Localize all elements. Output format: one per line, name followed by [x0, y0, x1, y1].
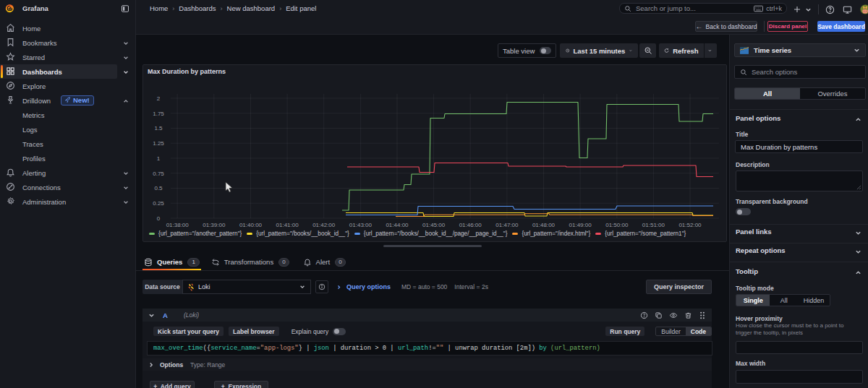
svg-text:1.75: 1.75 — [153, 111, 164, 117]
svg-text:2: 2 — [157, 95, 161, 102]
svg-text:01:47:00: 01:47:00 — [495, 222, 519, 228]
svg-text:01:40:00: 01:40:00 — [239, 222, 263, 228]
svg-text:01:49:00: 01:49:00 — [569, 222, 592, 228]
svg-text:01:41:00: 01:41:00 — [276, 222, 299, 228]
svg-text:0.75: 0.75 — [153, 171, 164, 177]
svg-text:01:42:00: 01:42:00 — [312, 222, 336, 228]
svg-text:01:52:00: 01:52:00 — [678, 222, 702, 228]
svg-text:1.25: 1.25 — [153, 140, 164, 147]
svg-text:0.5: 0.5 — [154, 185, 163, 191]
svg-text:1.5: 1.5 — [154, 125, 163, 132]
svg-text:01:44:00: 01:44:00 — [386, 222, 409, 228]
svg-text:0.25: 0.25 — [153, 200, 164, 207]
svg-text:1: 1 — [157, 155, 161, 162]
svg-text:01:46:00: 01:46:00 — [459, 222, 482, 228]
svg-text:01:50:00: 01:50:00 — [605, 222, 629, 228]
svg-text:01:48:00: 01:48:00 — [532, 222, 556, 228]
svg-text:01:45:00: 01:45:00 — [422, 222, 446, 228]
svg-text:01:43:00: 01:43:00 — [349, 222, 373, 228]
svg-text:0: 0 — [157, 215, 161, 222]
svg-text:01:38:00: 01:38:00 — [166, 222, 190, 228]
svg-text:01:39:00: 01:39:00 — [203, 222, 226, 228]
svg-text:01:51:00: 01:51:00 — [642, 222, 665, 228]
